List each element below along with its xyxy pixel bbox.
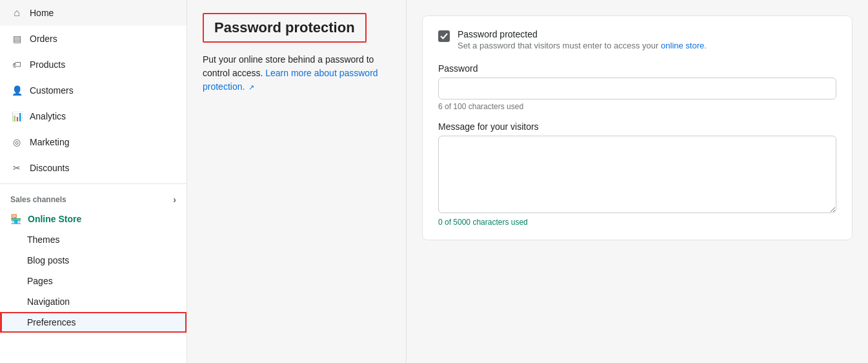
sales-channels-label: Sales channels <box>10 195 66 204</box>
sidebar-item-home-label: Home <box>30 8 54 18</box>
sidebar-item-products[interactable]: Products <box>0 52 187 78</box>
sidebar-item-discounts-label: Discounts <box>30 163 69 173</box>
sales-channels-header: Sales channels › <box>0 187 187 209</box>
sidebar-item-products-label: Products <box>30 59 65 70</box>
products-icon <box>10 58 23 71</box>
sidebar: Home Orders Products Customers Analytics… <box>0 0 187 363</box>
sidebar-item-marketing-label: Marketing <box>30 137 69 147</box>
message-textarea[interactable] <box>438 136 836 213</box>
password-input[interactable] <box>438 78 836 99</box>
sidebar-item-customers-label: Customers <box>30 85 74 96</box>
sidebar-item-navigation[interactable]: Navigation <box>0 291 187 312</box>
analytics-icon <box>10 110 23 123</box>
sidebar-item-discounts[interactable]: Discounts <box>0 155 187 181</box>
sublabel-before: Set a password that visitors must enter … <box>458 41 661 50</box>
checkbox-sublabel: Set a password that visitors must enter … <box>458 41 707 50</box>
password-char-count: 6 of 100 characters used <box>438 102 836 111</box>
sidebar-item-online-store[interactable]: Online Store <box>0 209 187 229</box>
home-icon <box>10 6 23 19</box>
password-protection-card: Password protected Set a password that v… <box>422 16 853 240</box>
message-field-label: Message for your visitors <box>438 121 836 132</box>
sidebar-item-analytics-label: Analytics <box>30 111 66 121</box>
preferences-label: Preferences <box>27 317 76 327</box>
sidebar-item-customers[interactable]: Customers <box>0 78 187 103</box>
themes-label: Themes <box>27 234 60 245</box>
sidebar-item-blog-posts[interactable]: Blog posts <box>0 250 187 271</box>
checkmark-icon <box>440 32 448 40</box>
sidebar-item-orders[interactable]: Orders <box>0 26 187 52</box>
right-panel: Password protected Set a password that v… <box>407 0 868 363</box>
checkbox-label: Password protected <box>458 29 707 39</box>
sidebar-item-pages[interactable]: Pages <box>0 271 187 291</box>
page-title: Password protection <box>214 19 355 36</box>
marketing-icon <box>10 136 23 149</box>
sidebar-item-themes[interactable]: Themes <box>0 229 187 250</box>
sidebar-item-marketing[interactable]: Marketing <box>0 129 187 155</box>
pages-label: Pages <box>27 276 53 286</box>
sublabel-after: . <box>704 41 707 50</box>
password-field-label: Password <box>438 63 836 74</box>
sidebar-item-preferences[interactable]: Preferences <box>0 312 187 333</box>
message-char-count: 0 of 5000 characters used <box>438 218 836 227</box>
sidebar-item-orders-label: Orders <box>30 34 57 44</box>
description-text: Put your online store behind a password … <box>203 53 390 94</box>
main-content: Password protection Put your online stor… <box>187 0 868 363</box>
middle-panel: Password protection Put your online stor… <box>187 0 407 363</box>
password-protected-row: Password protected Set a password that v… <box>438 29 836 50</box>
sublabel-link: online store <box>661 41 704 50</box>
store-icon <box>10 214 21 224</box>
chevron-right-icon: › <box>173 194 176 205</box>
navigation-label: Navigation <box>27 296 70 307</box>
divider <box>0 183 187 184</box>
sidebar-item-home[interactable]: Home <box>0 0 187 26</box>
customers-icon <box>10 84 23 97</box>
checkbox-text-group: Password protected Set a password that v… <box>458 29 707 50</box>
password-protected-checkbox[interactable] <box>438 30 450 42</box>
page-title-box: Password protection <box>203 13 367 43</box>
external-link-icon: ↗ <box>248 83 254 91</box>
online-store-label: Online Store <box>28 214 81 224</box>
blog-posts-label: Blog posts <box>27 255 69 265</box>
online-store-link[interactable]: online store <box>661 41 704 50</box>
orders-icon <box>10 32 23 45</box>
discounts-icon <box>10 161 23 174</box>
sidebar-item-analytics[interactable]: Analytics <box>0 103 187 129</box>
